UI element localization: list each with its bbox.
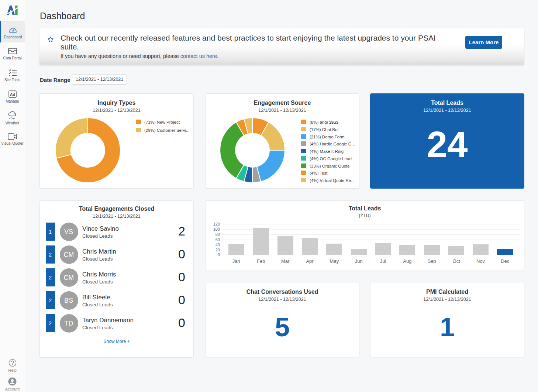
svg-text:Ad: Ad [10,92,15,97]
